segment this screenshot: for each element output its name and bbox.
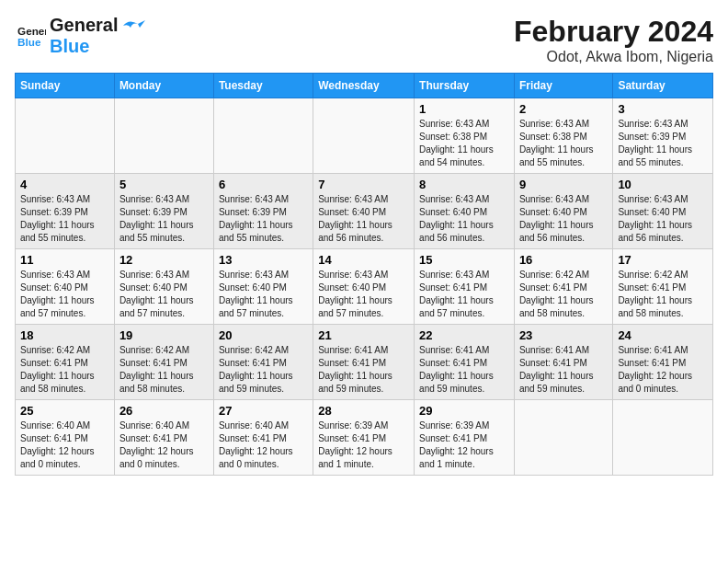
calendar-cell: 29Sunrise: 6:39 AMSunset: 6:41 PMDayligh… — [415, 400, 515, 476]
day-number: 7 — [318, 178, 409, 191]
day-number: 26 — [119, 404, 209, 418]
calendar-cell: 8Sunrise: 6:43 AMSunset: 6:40 PMDaylight… — [415, 174, 515, 249]
day-number: 10 — [618, 178, 708, 191]
day-number: 29 — [419, 404, 509, 418]
calendar-cell: 2Sunrise: 6:43 AMSunset: 6:38 PMDaylight… — [514, 98, 612, 174]
day-number: 2 — [519, 102, 608, 116]
day-number: 1 — [419, 102, 509, 116]
calendar-cell: 23Sunrise: 6:41 AMSunset: 6:41 PMDayligh… — [514, 325, 612, 400]
day-number: 8 — [419, 178, 509, 191]
calendar-cell: 18Sunrise: 6:42 AMSunset: 6:41 PMDayligh… — [16, 325, 115, 400]
calendar-cell: 5Sunrise: 6:43 AMSunset: 6:39 PMDaylight… — [114, 174, 213, 249]
calendar-cell: 12Sunrise: 6:43 AMSunset: 6:40 PMDayligh… — [114, 249, 213, 325]
day-info: Sunrise: 6:43 AMSunset: 6:39 PMDaylight:… — [219, 193, 308, 245]
calendar-cell — [213, 98, 313, 174]
day-number: 23 — [519, 328, 608, 342]
calendar-cell: 14Sunrise: 6:43 AMSunset: 6:40 PMDayligh… — [313, 249, 415, 325]
day-number: 16 — [519, 253, 608, 267]
calendar-cell: 6Sunrise: 6:43 AMSunset: 6:39 PMDaylight… — [213, 174, 313, 249]
day-info: Sunrise: 6:43 AMSunset: 6:39 PMDaylight:… — [618, 118, 708, 169]
calendar-cell: 24Sunrise: 6:41 AMSunset: 6:41 PMDayligh… — [613, 325, 713, 400]
day-info: Sunrise: 6:43 AMSunset: 6:40 PMDaylight:… — [219, 269, 308, 320]
col-header-wednesday: Wednesday — [313, 74, 415, 98]
day-number: 17 — [618, 253, 708, 267]
day-info: Sunrise: 6:43 AMSunset: 6:38 PMDaylight:… — [419, 118, 509, 169]
logo: General Blue General Blue — [15, 15, 145, 57]
calendar-cell — [313, 98, 415, 174]
day-number: 19 — [119, 328, 209, 342]
calendar-cell: 11Sunrise: 6:43 AMSunset: 6:40 PMDayligh… — [16, 249, 115, 325]
day-number: 18 — [20, 328, 109, 342]
calendar-cell — [16, 98, 115, 174]
day-info: Sunrise: 6:43 AMSunset: 6:40 PMDaylight:… — [618, 193, 708, 245]
day-info: Sunrise: 6:39 AMSunset: 6:41 PMDaylight:… — [318, 419, 409, 471]
day-info: Sunrise: 6:41 AMSunset: 6:41 PMDaylight:… — [519, 344, 608, 396]
day-info: Sunrise: 6:42 AMSunset: 6:41 PMDaylight:… — [119, 344, 209, 396]
day-number: 13 — [219, 253, 308, 267]
day-info: Sunrise: 6:43 AMSunset: 6:39 PMDaylight:… — [20, 193, 109, 245]
day-info: Sunrise: 6:42 AMSunset: 6:41 PMDaylight:… — [618, 269, 708, 320]
calendar-cell: 15Sunrise: 6:43 AMSunset: 6:41 PMDayligh… — [415, 249, 515, 325]
calendar-cell: 1Sunrise: 6:43 AMSunset: 6:38 PMDaylight… — [415, 98, 515, 174]
col-header-sunday: Sunday — [16, 74, 115, 98]
calendar-cell: 26Sunrise: 6:40 AMSunset: 6:41 PMDayligh… — [114, 400, 213, 476]
calendar-cell: 16Sunrise: 6:42 AMSunset: 6:41 PMDayligh… — [514, 249, 612, 325]
day-info: Sunrise: 6:43 AMSunset: 6:41 PMDaylight:… — [419, 269, 509, 320]
calendar-cell: 3Sunrise: 6:43 AMSunset: 6:39 PMDaylight… — [613, 98, 713, 174]
day-info: Sunrise: 6:43 AMSunset: 6:39 PMDaylight:… — [119, 193, 209, 245]
day-info: Sunrise: 6:40 AMSunset: 6:41 PMDaylight:… — [20, 419, 109, 471]
col-header-monday: Monday — [114, 74, 213, 98]
day-number: 14 — [318, 253, 409, 267]
calendar-cell — [114, 98, 213, 174]
day-info: Sunrise: 6:41 AMSunset: 6:41 PMDaylight:… — [618, 344, 708, 396]
calendar-cell: 28Sunrise: 6:39 AMSunset: 6:41 PMDayligh… — [313, 400, 415, 476]
day-info: Sunrise: 6:42 AMSunset: 6:41 PMDaylight:… — [219, 344, 308, 396]
day-number: 6 — [219, 178, 308, 191]
col-header-tuesday: Tuesday — [213, 74, 313, 98]
title-area: February 2024 Odot, Akwa Ibom, Nigeria — [514, 15, 713, 65]
logo-bird-icon — [119, 17, 145, 35]
logo-line1: General — [50, 15, 118, 36]
logo-line2: Blue — [50, 36, 145, 57]
day-info: Sunrise: 6:42 AMSunset: 6:41 PMDaylight:… — [20, 344, 109, 396]
day-info: Sunrise: 6:42 AMSunset: 6:41 PMDaylight:… — [519, 269, 608, 320]
header: General Blue General Blue February 2024 … — [15, 15, 713, 65]
day-info: Sunrise: 6:40 AMSunset: 6:41 PMDaylight:… — [119, 419, 209, 471]
day-number: 4 — [20, 178, 109, 191]
day-info: Sunrise: 6:43 AMSunset: 6:40 PMDaylight:… — [419, 193, 509, 245]
calendar-cell: 21Sunrise: 6:41 AMSunset: 6:41 PMDayligh… — [313, 325, 415, 400]
day-info: Sunrise: 6:40 AMSunset: 6:41 PMDaylight:… — [219, 419, 308, 471]
day-number: 25 — [20, 404, 109, 418]
calendar-week-row: 18Sunrise: 6:42 AMSunset: 6:41 PMDayligh… — [16, 325, 713, 400]
day-info: Sunrise: 6:43 AMSunset: 6:40 PMDaylight:… — [119, 269, 209, 320]
calendar-cell: 19Sunrise: 6:42 AMSunset: 6:41 PMDayligh… — [114, 325, 213, 400]
calendar-cell: 9Sunrise: 6:43 AMSunset: 6:40 PMDaylight… — [514, 174, 612, 249]
page-subtitle: Odot, Akwa Ibom, Nigeria — [514, 49, 713, 65]
day-number: 21 — [318, 328, 409, 342]
calendar-cell — [613, 400, 713, 476]
day-number: 3 — [618, 102, 708, 116]
day-number: 15 — [419, 253, 509, 267]
day-info: Sunrise: 6:43 AMSunset: 6:38 PMDaylight:… — [519, 118, 608, 169]
day-number: 12 — [119, 253, 209, 267]
logo-icon: General Blue — [17, 21, 46, 51]
day-info: Sunrise: 6:43 AMSunset: 6:40 PMDaylight:… — [318, 269, 409, 320]
col-header-saturday: Saturday — [613, 74, 713, 98]
day-number: 28 — [318, 404, 409, 418]
col-header-thursday: Thursday — [415, 74, 515, 98]
day-number: 24 — [618, 328, 708, 342]
calendar-header-row: SundayMondayTuesdayWednesdayThursdayFrid… — [16, 74, 713, 98]
calendar-cell: 4Sunrise: 6:43 AMSunset: 6:39 PMDaylight… — [16, 174, 115, 249]
calendar-week-row: 4Sunrise: 6:43 AMSunset: 6:39 PMDaylight… — [16, 174, 713, 249]
calendar-week-row: 25Sunrise: 6:40 AMSunset: 6:41 PMDayligh… — [16, 400, 713, 476]
calendar-cell: 13Sunrise: 6:43 AMSunset: 6:40 PMDayligh… — [213, 249, 313, 325]
calendar-cell — [514, 400, 612, 476]
day-info: Sunrise: 6:41 AMSunset: 6:41 PMDaylight:… — [419, 344, 509, 396]
calendar-cell: 27Sunrise: 6:40 AMSunset: 6:41 PMDayligh… — [213, 400, 313, 476]
day-info: Sunrise: 6:43 AMSunset: 6:40 PMDaylight:… — [519, 193, 608, 245]
day-info: Sunrise: 6:43 AMSunset: 6:40 PMDaylight:… — [318, 193, 409, 245]
day-number: 5 — [119, 178, 209, 191]
page-title: February 2024 — [514, 15, 713, 49]
calendar-cell: 10Sunrise: 6:43 AMSunset: 6:40 PMDayligh… — [613, 174, 713, 249]
day-number: 20 — [219, 328, 308, 342]
